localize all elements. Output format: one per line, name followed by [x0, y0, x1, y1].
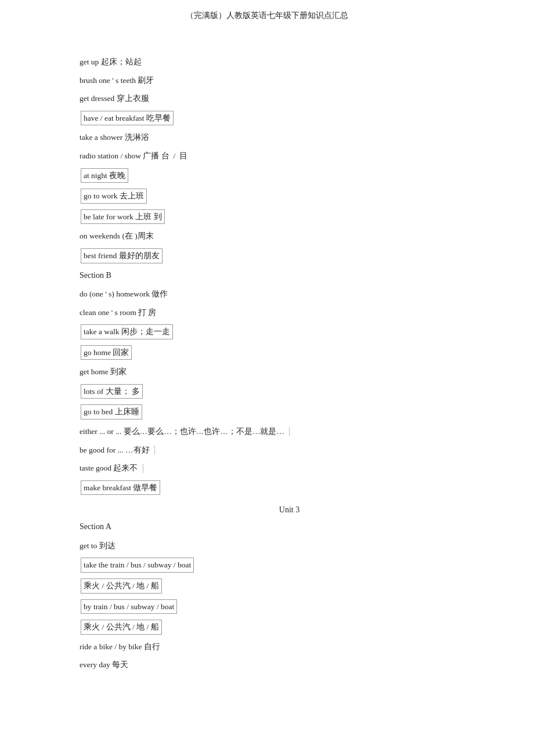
- list-item: by train / bus / subway / boat: [80, 599, 499, 614]
- list-item: get home 到家: [80, 366, 499, 378]
- list-item: at night 夜晚: [80, 168, 499, 183]
- highlight-box: be late for work 上班 到: [81, 209, 165, 225]
- list-item: take a walk 闲步；走一走: [80, 324, 499, 339]
- list-item: lots of 大量； 多: [80, 384, 499, 399]
- page-container: （完满版）人教版英语七年级下册知识点汇总 get up 起床；站起 brush …: [0, 0, 534, 756]
- highlight-box: by train / bus / subway / boat: [81, 599, 177, 614]
- highlight-box: have / eat breakfast 吃早餐: [81, 111, 174, 126]
- list-item: taste good 起来不: [80, 462, 499, 475]
- highlight-box: 乘火 / 公共汽 / 地 / 船: [81, 620, 162, 635]
- list-item: brush one ' s teeth 刷牙: [80, 74, 499, 87]
- list-item: get to 到达: [80, 540, 499, 552]
- list-item: best friend 最好的朋友: [80, 248, 499, 263]
- list-item: have / eat breakfast 吃早餐: [80, 111, 499, 126]
- list-item: go home 回家: [80, 345, 499, 360]
- right-border: [143, 464, 143, 473]
- highlight-box: lots of 大量； 多: [81, 384, 143, 399]
- right-border: [289, 427, 290, 436]
- list-item: every day 每天: [80, 659, 499, 671]
- list-item: make breakfast 做早餐: [80, 480, 499, 495]
- section-a-header: Section A: [80, 520, 499, 533]
- highlight-box: go to bed 上床睡: [81, 404, 142, 419]
- list-item: go to work 去上班: [80, 189, 499, 204]
- list-item: get up 起床；站起: [80, 56, 499, 68]
- list-item: either ... or ... 要么…要么…；也许…也许…；不是…就是…: [80, 425, 499, 438]
- list-item: ride a bike / by bike 自行: [80, 641, 499, 653]
- right-border: [154, 445, 155, 454]
- list-item: be late for work 上班 到: [80, 209, 499, 225]
- highlight-box: make breakfast 做早餐: [81, 480, 160, 495]
- highlight-box: take a walk 闲步；走一走: [81, 324, 173, 339]
- section-b-header: Section B: [80, 269, 499, 282]
- list-item: do (one ' s) homework 做作: [80, 288, 499, 301]
- page-title: （完满版）人教版英语七年级下册知识点汇总: [0, 6, 534, 21]
- highlight-box: go to work 去上班: [81, 189, 147, 204]
- highlight-box: take the train / bus / subway / boat: [81, 558, 194, 573]
- list-item: go to bed 上床睡: [80, 404, 499, 419]
- unit3-header: Unit 3: [80, 505, 499, 515]
- list-item: 乘火 / 公共汽 / 地 / 船: [80, 578, 499, 594]
- list-item: take the train / bus / subway / boat: [80, 558, 499, 573]
- list-item: on weekends (在 )周末: [80, 230, 499, 243]
- list-item: be good for ... …有好: [80, 444, 499, 457]
- list-item: radio station / show 广播 台 / 目: [80, 150, 499, 162]
- highlight-box: at night 夜晚: [81, 168, 128, 183]
- highlight-box: best friend 最好的朋友: [81, 248, 163, 263]
- highlight-box: 乘火 / 公共汽 / 地 / 船: [81, 578, 162, 594]
- list-item: clean one ' s room 打 房: [80, 306, 499, 319]
- list-item: 乘火 / 公共汽 / 地 / 船: [80, 620, 499, 635]
- list-item: get dressed 穿上衣服: [80, 92, 499, 105]
- highlight-box: go home 回家: [81, 345, 132, 360]
- list-item: take a shower 洗淋浴: [80, 131, 499, 144]
- content-area: get up 起床；站起 brush one ' s teeth 刷牙 get …: [0, 56, 534, 671]
